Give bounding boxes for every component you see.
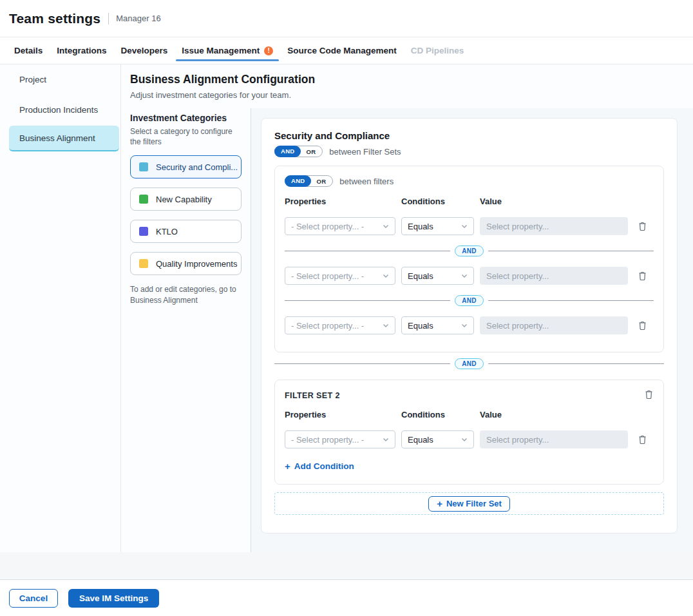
settings-tab-bar: Details Integrations Developers Issue Ma… (0, 37, 693, 64)
filter-set-2-title: FILTER SET 2 (285, 389, 340, 400)
filter-set-1-card: AND OR between filters Properties Condit… (274, 166, 664, 352)
chevron-down-icon (460, 322, 468, 329)
filters-main-area: Security and Compliance AND OR between F… (251, 108, 693, 552)
category-new-capability[interactable]: New Capability (130, 188, 242, 211)
value-input[interactable] (480, 316, 628, 334)
properties-column-header: Properties (285, 410, 395, 419)
chevron-down-icon (382, 436, 390, 443)
value-input[interactable] (480, 267, 628, 285)
investment-categories-panel: Investment Categories Select a category … (121, 108, 251, 552)
config-title: Business Alignment Configuration (130, 73, 693, 86)
settings-sidebar: Project Production Incidents Business Al… (0, 64, 121, 552)
property-select[interactable]: - Select property... - (285, 217, 395, 235)
and-toggle-segment[interactable]: AND (285, 175, 311, 187)
content-bottom-strip (0, 552, 693, 580)
conditions-column-header: Conditions (401, 197, 474, 206)
category-ktlo[interactable]: KTLO (130, 220, 242, 243)
tab-cd-pipelines: CD Pipelines (404, 37, 471, 64)
delete-filter-button[interactable] (638, 320, 647, 331)
filter-row: - Select property... - Equals (285, 267, 654, 285)
property-select[interactable]: - Select property... - (285, 267, 395, 285)
filter-row: - Select property... - Equals (285, 430, 654, 448)
tab-details[interactable]: Details (7, 37, 50, 64)
category-color-swatch (139, 259, 148, 268)
trash-icon (638, 320, 647, 331)
chevron-down-icon (460, 436, 468, 443)
save-im-settings-button[interactable]: Save IM Settings (68, 589, 159, 608)
tab-issue-management[interactable]: Issue Management ! (175, 37, 280, 64)
investment-categories-description: Select a category to configure the filte… (130, 126, 238, 147)
filters-and-or-toggle[interactable]: AND OR (285, 175, 333, 187)
categories-footnote: To add or edit categories, go to Busines… (130, 284, 241, 306)
tab-source-code-management[interactable]: Source Code Management (280, 37, 404, 64)
or-toggle-segment[interactable]: OR (311, 178, 332, 185)
and-connector-pill: AND (455, 295, 484, 306)
new-filter-set-button[interactable]: + New Filter Set (428, 496, 510, 512)
filter-row: - Select property... - Equals (285, 316, 654, 334)
team-name-label: Manager 16 (116, 14, 160, 23)
plus-icon: + (437, 499, 442, 508)
category-color-swatch (139, 195, 148, 204)
value-input[interactable] (480, 430, 628, 448)
between-filter-sets-label: between Filter Sets (329, 147, 401, 157)
property-select[interactable]: - Select property... - (285, 316, 395, 334)
delete-filter-button[interactable] (638, 271, 647, 281)
warning-icon: ! (264, 46, 273, 55)
new-filter-set-dropzone: + New Filter Set (274, 492, 664, 515)
chevron-down-icon (382, 322, 390, 329)
trash-icon (644, 389, 654, 399)
trash-icon (638, 221, 647, 231)
filter-column-headers: Properties Conditions Value (285, 410, 654, 419)
sidebar-item-project[interactable]: Project (9, 65, 119, 94)
tab-developers[interactable]: Developers (114, 37, 175, 64)
condition-select[interactable]: Equals (401, 217, 474, 235)
delete-filter-button[interactable] (638, 434, 647, 445)
category-quality-improvements[interactable]: Quality Improvements (130, 252, 242, 275)
cancel-button[interactable]: Cancel (9, 589, 58, 608)
properties-column-header: Properties (285, 197, 395, 206)
category-color-swatch (139, 227, 148, 236)
tab-integrations[interactable]: Integrations (50, 37, 113, 64)
add-condition-button[interactable]: + Add Condition (285, 461, 354, 471)
category-list: Security and Compli... New Capability KT… (130, 155, 242, 275)
condition-select[interactable]: Equals (401, 316, 474, 334)
chevron-down-icon (460, 222, 468, 230)
settings-content: Project Production Incidents Business Al… (0, 64, 693, 552)
and-connector: AND (285, 245, 654, 256)
sidebar-item-production-incidents[interactable]: Production Incidents (9, 95, 119, 124)
conditions-column-header: Conditions (401, 410, 474, 419)
and-toggle-segment[interactable]: AND (274, 146, 301, 157)
trash-icon (638, 271, 647, 281)
settings-footer: Cancel Save IM Settings (0, 580, 693, 616)
investment-categories-title: Investment Categories (130, 113, 242, 123)
condition-select[interactable]: Equals (401, 430, 474, 448)
filter-sets-and-or-toggle[interactable]: AND OR (274, 146, 323, 157)
chevron-down-icon (460, 272, 468, 280)
config-header: Business Alignment Configuration Adjust … (121, 64, 693, 100)
property-select[interactable]: - Select property... - (285, 430, 395, 448)
selected-category-title: Security and Compliance (274, 130, 664, 141)
business-alignment-config: Business Alignment Configuration Adjust … (121, 64, 693, 552)
title-divider (108, 13, 109, 24)
delete-filter-set-button[interactable] (644, 389, 654, 399)
and-connector: AND (285, 295, 654, 306)
filter-set-2-card: FILTER SET 2 Properties Conditions Value (274, 380, 664, 485)
page-header: Team settings Manager 16 (0, 0, 693, 37)
trash-icon (638, 434, 647, 445)
category-filters-panel: Security and Compliance AND OR between F… (261, 118, 678, 534)
config-subtitle: Adjust investment categories for your te… (130, 90, 693, 100)
value-column-header: Value (480, 197, 628, 206)
sidebar-item-business-alignment[interactable]: Business Alignment (9, 126, 119, 151)
category-security-and-compliance[interactable]: Security and Compli... (130, 155, 242, 178)
page-title: Team settings (9, 11, 100, 26)
chevron-down-icon (382, 272, 390, 280)
condition-select[interactable]: Equals (401, 267, 474, 285)
category-color-swatch (139, 162, 148, 171)
or-toggle-segment[interactable]: OR (301, 148, 322, 155)
delete-filter-button[interactable] (638, 221, 647, 231)
plus-icon: + (285, 461, 290, 471)
filter-row: - Select property... - Equals (285, 217, 654, 235)
value-input[interactable] (480, 217, 628, 235)
and-connector-pill: AND (455, 358, 484, 369)
filter-column-headers: Properties Conditions Value (285, 197, 654, 206)
